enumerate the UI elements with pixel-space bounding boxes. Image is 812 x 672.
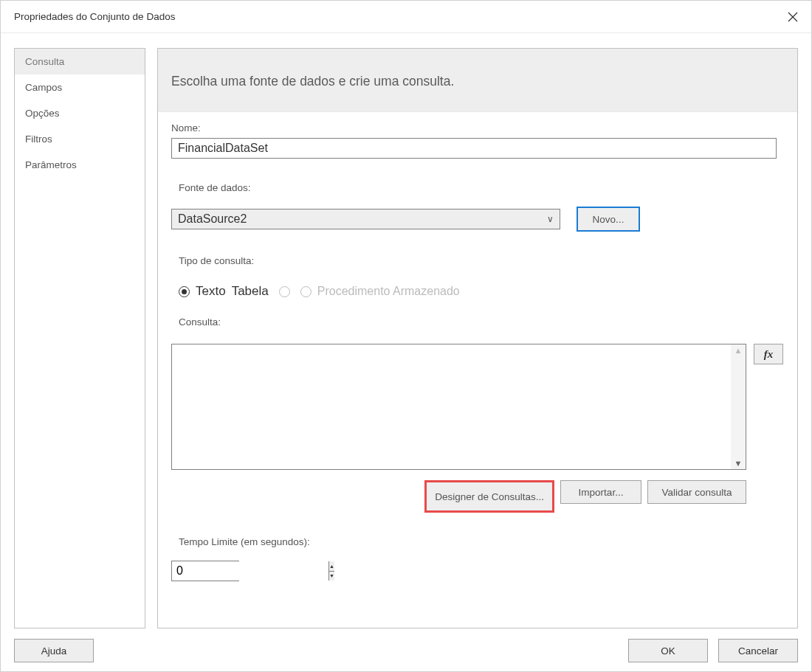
titlebar: Propriedades do Conjunto de Dados — [1, 1, 811, 33]
dialog-window: Propriedades do Conjunto de Dados Consul… — [0, 0, 812, 672]
new-datasource-button[interactable]: Novo... — [577, 207, 640, 232]
scrollbar[interactable]: ▲ ▼ — [731, 344, 746, 469]
timeout-input[interactable] — [172, 561, 328, 581]
querytype-label: Tipo de consulta: — [171, 255, 784, 266]
window-title: Propriedades do Conjunto de Dados — [14, 11, 175, 22]
query-actions: Designer de Consultas... Importar... Val… — [171, 480, 746, 513]
datasource-selected-value: DataSource2 — [178, 212, 247, 226]
fx-icon: fx — [764, 348, 774, 361]
query-label: Consulta: — [171, 316, 784, 328]
ok-button[interactable]: OK — [628, 639, 708, 662]
name-label: Nome: — [171, 122, 784, 134]
sidebar-item-parametros[interactable]: Parâmetros — [15, 152, 145, 178]
main-panel: Escolha uma fonte de dados e crie uma co… — [157, 48, 798, 628]
query-textarea-container: ▲ ▼ — [171, 344, 746, 470]
spinner-down-icon[interactable]: ▼ — [329, 572, 334, 581]
cancel-button[interactable]: Cancelar — [718, 639, 798, 662]
querytype-radio-group: Texto Tabela Procedimento Armazenado — [171, 284, 784, 299]
expression-button[interactable]: fx — [754, 344, 783, 364]
timeout-label: Tempo Limite (em segundos): — [171, 536, 784, 547]
dialog-body: Consulta Campos Opções Filtros Parâmetro… — [1, 33, 811, 631]
validate-query-button[interactable]: Validar consulta — [647, 480, 746, 504]
main-content: Nome: Fonte de dados: DataSource2 ∨ Novo… — [158, 112, 797, 628]
sidebar: Consulta Campos Opções Filtros Parâmetro… — [14, 48, 145, 628]
timeout-spinner: ▲ ▼ — [171, 561, 239, 581]
datasource-label: Fonte de dados: — [171, 182, 784, 193]
import-button[interactable]: Importar... — [560, 480, 641, 504]
radio-table — [279, 286, 290, 297]
radio-text[interactable] — [179, 286, 190, 297]
chevron-down-icon: ∨ — [547, 214, 554, 224]
close-icon[interactable] — [786, 10, 799, 24]
scroll-up-icon[interactable]: ▲ — [734, 346, 743, 355]
radio-text-label: Texto — [196, 284, 226, 299]
query-designer-button[interactable]: Designer de Consultas... — [424, 480, 554, 513]
sidebar-item-opcoes[interactable]: Opções — [15, 100, 145, 126]
radio-sproc-label: Procedimento Armazenado — [317, 285, 460, 298]
radio-table-label: Tabela — [232, 284, 269, 299]
spinner-up-icon[interactable]: ▲ — [329, 561, 334, 572]
sidebar-item-filtros[interactable]: Filtros — [15, 126, 145, 152]
datasource-select[interactable]: DataSource2 ∨ — [171, 209, 560, 229]
name-input[interactable] — [171, 138, 777, 159]
scroll-down-icon[interactable]: ▼ — [734, 459, 743, 468]
help-button[interactable]: Ajuda — [14, 639, 94, 662]
sidebar-item-consulta[interactable]: Consulta — [15, 49, 145, 75]
query-textarea[interactable] — [172, 344, 731, 469]
radio-sproc — [300, 286, 312, 297]
dialog-footer: Ajuda OK Cancelar — [1, 631, 811, 671]
panel-heading: Escolha uma fonte de dados e crie uma co… — [158, 49, 797, 112]
sidebar-item-campos[interactable]: Campos — [15, 75, 145, 100]
